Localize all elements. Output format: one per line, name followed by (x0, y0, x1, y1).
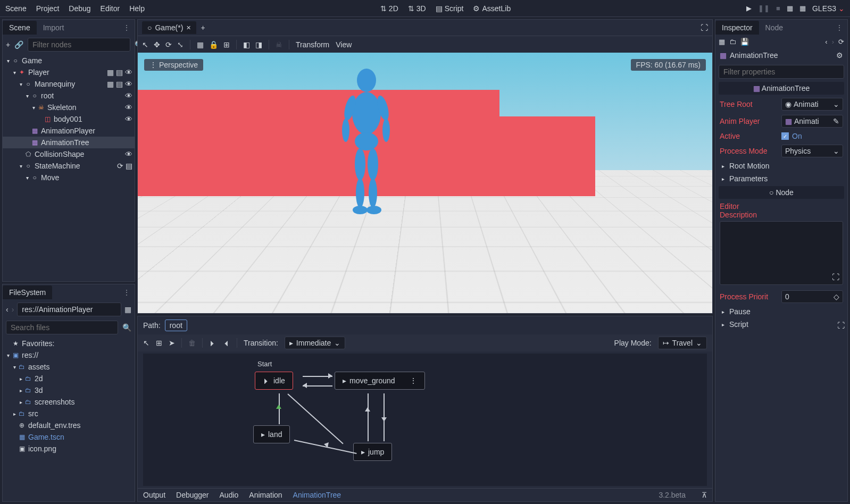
scene-panel-options-icon[interactable]: ⋮ (119, 23, 135, 32)
renderer-select[interactable]: GLES3 ⌄ (812, 4, 845, 13)
tree-node-statemachine[interactable]: ▾○StateMachine⟳▤ (3, 160, 135, 172)
state-move-ground[interactable]: ▸move_ground⋮ (335, 372, 425, 390)
select-anim-icon[interactable]: ↖ (143, 339, 149, 347)
filter-properties-input[interactable] (719, 65, 844, 79)
state-jump[interactable]: ▸jump (353, 443, 392, 461)
transition[interactable] (279, 393, 280, 424)
play-scene-icon[interactable]: ▦ (787, 4, 793, 12)
state-machine-graph[interactable]: Start ⏵idle ▸move_ground⋮ ▸land ▸jump (143, 354, 707, 486)
add-node-anim-icon[interactable]: ⊞ (156, 339, 162, 347)
connect-icon[interactable]: ➤ (169, 339, 175, 347)
move-tool-icon[interactable]: ✥ (154, 40, 160, 49)
filesystem-tree[interactable]: ★Favorites:▾▣res://▾🗀assets▸🗀2d▸🗀3d▸🗀scr… (3, 337, 135, 501)
bone-icon[interactable]: ☠ (276, 40, 282, 49)
path-input[interactable] (17, 303, 121, 316)
menu-debug[interactable]: Debug (69, 4, 90, 13)
3d-viewport[interactable]: ⋮ Perspective FPS: 60 (16.67 ms) (138, 53, 712, 313)
search-files-input[interactable] (6, 321, 118, 334)
prop-process-priority[interactable]: 0◇ (781, 290, 843, 303)
tree-node-player[interactable]: ▾✦Player▦▤👁 (3, 66, 135, 78)
filesystem-options-icon[interactable]: ⋮ (119, 288, 135, 297)
class-header[interactable]: ▦ AnimationTree (719, 82, 844, 95)
snap-icon[interactable]: ▦ (197, 40, 204, 49)
fs-item-game-tscn[interactable]: ▦Game.tscn (3, 431, 135, 443)
prop-script[interactable]: ▸Script (715, 318, 847, 331)
tab-3d[interactable]: ⇅3D (408, 4, 426, 13)
rotate-tool-icon[interactable]: ⟳ (165, 40, 172, 49)
editor-description-textarea[interactable]: ⛶ (720, 221, 843, 285)
link-icon[interactable]: 🔗 (14, 40, 23, 49)
expand-bottom-icon[interactable]: ⛶ (837, 321, 845, 330)
pause-icon[interactable]: ❚❚ (758, 4, 770, 12)
perspective-label[interactable]: ⋮ Perspective (144, 59, 203, 71)
transition-select[interactable]: ▸Immediate⌄ (285, 337, 345, 349)
state-land[interactable]: ▸land (253, 425, 290, 443)
tree-node-collisionshape[interactable]: ⬠CollisionShape👁 (3, 148, 135, 160)
tree-node-skeleton[interactable]: ▾☠Skeleton👁 (3, 102, 135, 113)
tree-node-root[interactable]: ▾○root👁 (3, 90, 135, 102)
history-icon[interactable]: ⟳ (838, 38, 844, 46)
new-resource-icon[interactable]: ▦ (719, 38, 725, 46)
tab-2d[interactable]: ⇅2D (380, 4, 398, 13)
save-resource-icon[interactable]: 💾 (740, 38, 749, 46)
back-icon[interactable]: ‹ (6, 305, 9, 314)
prop-tree-root[interactable]: ◉Animati⌄ (781, 98, 843, 111)
select-tool-icon[interactable]: ↖ (142, 40, 148, 49)
tree-node-mannequiny[interactable]: ▾○Mannequiny▦▤👁 (3, 78, 135, 90)
search-files-icon[interactable]: 🔍 (122, 323, 131, 332)
fs-item-screenshots[interactable]: ▸🗀screenshots (3, 396, 135, 408)
inspector-options-icon[interactable]: ⋮ (831, 23, 847, 32)
tab-assetlib[interactable]: ⚙AssetLib (473, 4, 511, 13)
tab-output[interactable]: Output (143, 491, 165, 499)
expand-viewport-icon[interactable]: ⛶ (701, 23, 708, 32)
menu-scene[interactable]: Scene (5, 4, 27, 13)
menu-project[interactable]: Project (36, 4, 60, 13)
fs-item-favorites-[interactable]: ★Favorites: (3, 338, 135, 349)
cube2-icon[interactable]: ◨ (255, 40, 262, 49)
fs-item-default-env-tres[interactable]: ⊕default_env.tres (3, 419, 135, 431)
add-tab-icon[interactable]: + (201, 23, 205, 32)
tab-import[interactable]: Import (37, 21, 71, 35)
tab-audio[interactable]: Audio (220, 491, 239, 499)
history-back-icon[interactable]: ‹ (825, 38, 827, 46)
history-fwd-icon[interactable]: › (832, 38, 834, 46)
tab-inspector[interactable]: Inspector (715, 21, 759, 35)
tab-node[interactable]: Node (759, 21, 789, 35)
load-resource-icon[interactable]: 🗀 (729, 38, 736, 46)
filter-nodes-input[interactable] (28, 38, 130, 52)
tree-node-game[interactable]: ▾○Game (3, 55, 135, 66)
prop-anim-player[interactable]: ▦Animati✎ (781, 115, 843, 128)
collapse-bottom-icon[interactable]: ⊼ (702, 491, 707, 499)
transition[interactable] (368, 393, 369, 441)
play-custom-icon[interactable]: ▦ (799, 4, 806, 12)
scale-tool-icon[interactable]: ⤡ (177, 40, 184, 49)
tab-script[interactable]: ▤Script (436, 4, 464, 13)
settings-icon[interactable]: ⚙ (836, 51, 843, 60)
stop-icon[interactable]: ■ (776, 4, 780, 12)
fs-item-src[interactable]: ▸🗀src (3, 408, 135, 419)
tree-node-body001[interactable]: ◫body001👁 (3, 113, 135, 125)
close-tab-icon[interactable]: ✕ (186, 24, 191, 31)
tab-debugger[interactable]: Debugger (176, 491, 209, 499)
playmode-select[interactable]: ↦Travel⌄ (658, 337, 707, 349)
forward-icon[interactable]: › (12, 305, 14, 314)
tab-animation-tree[interactable]: AnimationTree (293, 491, 341, 499)
tree-node-move[interactable]: ▾○Move (3, 172, 135, 183)
group-icon[interactable]: ⊞ (223, 40, 230, 49)
end-icon[interactable]: ⏴ (223, 339, 230, 347)
state-idle[interactable]: ⏵idle (255, 372, 293, 390)
expand-textarea-icon[interactable]: ⛶ (832, 273, 839, 281)
autoplay-icon[interactable]: ⏵ (209, 339, 216, 347)
play-icon[interactable]: ▶ (746, 4, 752, 12)
tree-node-animationtree[interactable]: ▦AnimationTree (3, 137, 135, 148)
transform-menu[interactable]: Transform (296, 40, 329, 49)
cube-icon[interactable]: ◧ (243, 40, 250, 49)
fs-item-3d[interactable]: ▸🗀3d (3, 384, 135, 396)
prop-root-motion[interactable]: ▸Root Motion (715, 159, 847, 172)
fs-item-icon-png[interactable]: ▣icon.png (3, 443, 135, 455)
path-value[interactable]: root (165, 320, 187, 331)
prop-active[interactable]: ✓On (781, 132, 802, 140)
prop-parameters[interactable]: ▸Parameters (715, 172, 847, 185)
menu-editor[interactable]: Editor (101, 4, 120, 13)
prop-pause[interactable]: ▸Pause (715, 305, 847, 318)
